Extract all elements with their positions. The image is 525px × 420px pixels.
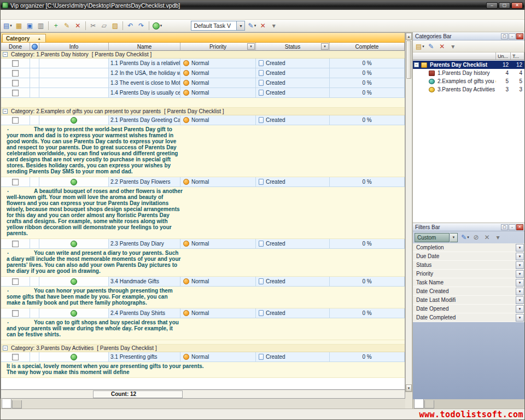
collapse-icon[interactable]: − [3, 109, 8, 114]
group-by-category[interactable]: Category ▲ [2, 34, 46, 42]
filter-dropdown[interactable]: ▼ [516, 279, 524, 287]
task-row[interactable]: 1.3 The event is close to Mother's Norma… [1, 78, 405, 88]
task-done-checkbox[interactable] [12, 117, 19, 124]
panel-maximize-icon[interactable]: ▢ [501, 224, 508, 230]
task-done-checkbox[interactable] [12, 70, 19, 77]
delete-task-button[interactable]: ✕▾ [73, 21, 83, 31]
panel-close-icon[interactable]: ✕ [516, 224, 523, 230]
panel-close-icon[interactable]: ✕ [516, 33, 523, 39]
task-status-cell[interactable]: Created [256, 115, 330, 125]
task-name-cell[interactable]: 2.4 Parents Day Shirts [109, 308, 180, 318]
task-status-cell[interactable]: Created [256, 88, 330, 98]
tab-s[interactable] [12, 400, 22, 409]
clear-view-button[interactable]: ✕▾ [258, 21, 268, 31]
filter-dropdown[interactable]: ▼ [516, 288, 524, 295]
task-done-checkbox[interactable] [12, 60, 19, 67]
paste-button[interactable]: ▨▾ [110, 21, 120, 31]
filter-dropdown[interactable]: ▼ [516, 244, 524, 252]
category-row[interactable]: − Category: 3.Parents Day Activities [ P… [1, 345, 405, 352]
filter-preset-dropdown[interactable]: ▼ [450, 233, 458, 242]
filter-dropdown[interactable]: ▼ [516, 261, 524, 269]
task-priority-cell[interactable]: Normal [180, 308, 256, 318]
new-task-button[interactable]: ▤▾ [2, 21, 13, 31]
edit-category-button[interactable]: ✎▾ [426, 41, 436, 51]
tree-header-undone[interactable]: Un... [496, 52, 511, 60]
redo-button[interactable]: ↷▾ [136, 21, 147, 31]
task-row[interactable]: 1.2 In the USA, the holiday was Normal C… [1, 68, 405, 78]
close-filter-button[interactable]: ✕▾ [482, 232, 492, 243]
task-status-cell[interactable]: Created [256, 277, 330, 287]
edit-view-button[interactable]: ✎▾ [247, 21, 257, 31]
task-name-cell[interactable]: 1.2 In the USA, the holiday was [109, 68, 180, 78]
menu-categories[interactable] [25, 14, 32, 16]
tree-header-total[interactable]: T... [511, 52, 524, 60]
menu-view[interactable] [9, 14, 17, 16]
status-filter-dropdown[interactable]: ▼ [321, 43, 329, 50]
categories-more-dropdown[interactable]: ▾▾ [448, 41, 458, 51]
filter-dropdown[interactable]: ▼ [516, 270, 524, 278]
vertical-scrollbar[interactable]: ▲ ▼ [405, 32, 412, 392]
task-name-cell[interactable]: 2.3 Parents Day Diary [109, 239, 180, 249]
task-done-checkbox[interactable] [12, 179, 19, 185]
collapse-icon[interactable]: − [3, 52, 8, 57]
task-row[interactable]: 1.1 Parents Day is a relatively new Norm… [1, 59, 405, 68]
column-header-done[interactable]: Done [1, 43, 30, 51]
task-row[interactable]: 2.1 Parents Day Greeting Cards Normal Cr… [1, 115, 405, 125]
task-priority-cell[interactable]: Normal [180, 115, 256, 125]
task-status-cell[interactable]: Created [256, 59, 330, 68]
edit-filter-button[interactable]: ✎▾ [460, 232, 470, 243]
tab-filters-bar[interactable] [414, 399, 424, 409]
priority-filter-dropdown[interactable]: ▼ [247, 43, 255, 50]
maximize-button[interactable]: ▢ [499, 2, 510, 9]
task-name-cell[interactable]: 1.4 Parents Day is usually celebrated [109, 88, 180, 98]
collapse-icon[interactable]: − [3, 346, 8, 351]
menu-help[interactable] [40, 14, 48, 16]
task-priority-cell[interactable]: Normal [180, 277, 256, 287]
task-row[interactable]: 3.1 Presenting gifts Normal Created 0 % [1, 352, 405, 362]
task-done-checkbox[interactable] [12, 90, 19, 96]
tree-item-3-parents-day-activities[interactable]: − 3.Parents Day Activities 3 3 [413, 85, 524, 94]
task-priority-cell[interactable]: Normal [180, 59, 256, 68]
task-status-cell[interactable]: Created [256, 78, 330, 88]
task-priority-cell[interactable]: Normal [180, 88, 256, 98]
tree-item-parents-day-checklist[interactable]: − Parents Day Checklist 12 12 [413, 61, 524, 69]
task-priority-cell[interactable]: Normal [180, 239, 256, 249]
task-done-checkbox[interactable] [12, 354, 19, 360]
task-priority-cell[interactable]: Normal [180, 177, 256, 187]
task-name-cell[interactable]: 3.1 Presenting gifts [109, 352, 180, 362]
edit-task-button[interactable]: ✎▾ [62, 21, 72, 31]
task-row[interactable]: 2.4 Parents Day Shirts Normal Created 0 … [1, 308, 405, 318]
tree-collapse-icon[interactable]: − [414, 62, 419, 67]
tab-note[interactable] [2, 399, 11, 409]
column-header-name[interactable]: Name [109, 43, 180, 51]
tree-item-2-examples-of-gifts-you-ca[interactable]: − 2.Examples of gifts you ca 5 5 [413, 77, 524, 85]
copy-button[interactable]: ▱▾ [99, 21, 109, 31]
tree-item-1-parents-day-history[interactable]: − 1.Parents Day history 4 4 [413, 69, 524, 77]
task-name-cell[interactable]: 2.2 Parents Day Flowers [109, 177, 180, 187]
task-priority-cell[interactable]: Normal [180, 352, 256, 362]
column-header-complete[interactable]: Complete [330, 43, 405, 51]
task-priority-cell[interactable]: Normal [180, 68, 256, 78]
panel-pin-icon[interactable]: ▫ [509, 33, 516, 39]
task-row[interactable]: 3.4 Handmade Gifts Normal Created 0 % [1, 277, 405, 287]
task-done-checkbox[interactable] [12, 241, 19, 247]
minimize-button[interactable]: – [486, 2, 498, 9]
new-category-button[interactable]: ▤▾ [415, 41, 425, 51]
task-row[interactable]: 2.2 Parents Day Flowers Normal Created 0… [1, 177, 405, 187]
tab-navigation-bar[interactable] [424, 400, 434, 409]
cut-button[interactable]: ✂▾ [88, 21, 98, 31]
column-header-info[interactable]: Info [39, 43, 109, 51]
column-header-priority[interactable]: Priority▼ [180, 43, 256, 51]
close-button[interactable]: ✕ [511, 2, 523, 9]
filter-dropdown[interactable]: ▼ [516, 314, 524, 322]
filter-preset-select[interactable]: Custom [415, 233, 450, 242]
task-row[interactable]: 2.3 Parents Day Diary Normal Created 0 % [1, 239, 405, 249]
panel-maximize-icon[interactable]: ▢ [501, 33, 508, 39]
scroll-track[interactable] [406, 79, 412, 384]
task-name-cell[interactable]: 1.1 Parents Day is a relatively new [109, 59, 180, 68]
delete-category-button[interactable]: ✕▾ [437, 41, 447, 51]
save-button[interactable]: ▣▾ [25, 21, 35, 31]
menu-tasks[interactable] [17, 14, 25, 16]
filters-more-dropdown[interactable]: ▾▾ [493, 232, 503, 243]
task-done-checkbox[interactable] [12, 310, 19, 317]
